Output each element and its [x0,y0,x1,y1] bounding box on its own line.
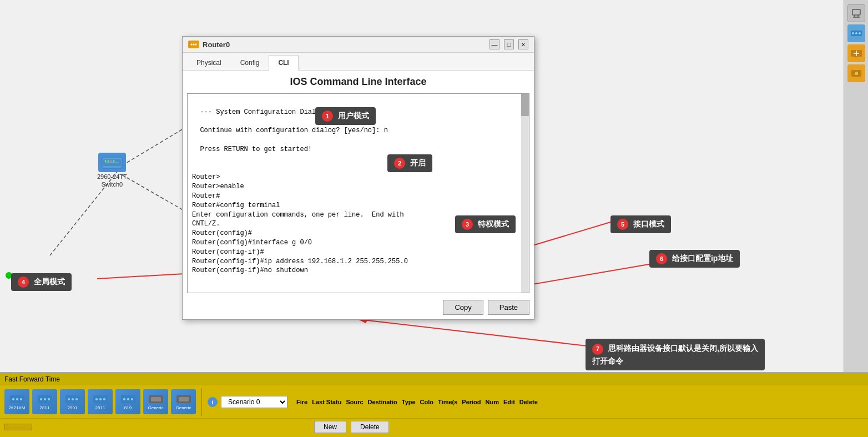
svg-point-28 [852,32,854,34]
panel-device-2[interactable] [847,44,865,62]
panel-icon-1[interactable] [847,4,865,22]
router-window: Router0 — □ × Physical Config CLI IOS Co… [182,36,534,320]
term-line-16: Router(config)#interface g 0/0 [192,238,524,248]
col-source: Sourc [346,399,363,405]
copy-button[interactable]: Copy [443,300,483,315]
svg-point-38 [16,398,18,400]
annotation-start: 2 开启 [387,154,432,172]
col-edit: Edit [503,399,515,405]
badge-6: 6 [656,253,667,264]
devices-bar: 2621XM 2811 2901 2911 819 Generic Generi… [0,385,868,419]
panel-device-3[interactable] [847,64,865,82]
badge-2: 2 [394,158,405,169]
annotation-privileged-text: 特权模式 [478,219,509,228]
info-icon: i [208,397,218,407]
term-line-10: Router>enable [192,182,524,192]
col-last-status: Last Statu [312,399,341,405]
window-tabs: Physical Config CLI [183,53,534,71]
tab-physical[interactable]: Physical [187,55,231,70]
new-button[interactable]: New [314,421,346,433]
svg-point-9 [113,160,114,162]
annotation-interface-mode: 5 接口模式 [610,215,671,233]
device-label-2901: 2901 [68,405,78,410]
delete-button[interactable]: Delete [351,421,389,433]
tab-config[interactable]: Config [231,55,269,70]
panel-device-1[interactable] [847,24,865,42]
switch-device[interactable]: 2960-24TT Switch0 [97,153,127,188]
switch-icon [98,153,126,172]
device-2901[interactable]: 2901 [60,389,85,414]
svg-point-46 [72,398,74,400]
term-line-7 [192,154,524,164]
toolbar-divider [201,388,202,416]
device-label-2911: 2911 [95,405,105,410]
device-generic-1[interactable]: Generic [143,389,168,414]
svg-point-29 [855,32,857,34]
svg-point-43 [48,398,50,400]
svg-point-8 [110,160,112,162]
device-label-2811: 2811 [40,405,50,410]
terminal-buttons: Copy Paste [183,298,534,319]
term-line-18: Router(config-if)#ip address 192.168.1.2… [192,257,524,267]
svg-rect-59 [179,397,189,401]
svg-point-55 [131,398,133,400]
bottom-toolbar: Fast Forward Time 2621XM 2811 2901 2911 … [0,372,868,437]
bottom-top-bar: Fast Forward Time [0,373,868,385]
svg-point-51 [103,398,105,400]
term-line-1 [192,98,524,108]
svg-line-15 [97,273,194,279]
svg-point-47 [75,398,78,400]
device-2911[interactable]: 2911 [88,389,113,414]
close-button[interactable]: × [518,39,528,49]
switch-label-line2: Switch0 [97,181,127,188]
annotation-interface-text: 接口模式 [633,219,664,228]
badge-1: 1 [322,110,333,122]
scenario-bar: i Scenario 0 Fire Last Statu Sourc Desti… [208,392,538,411]
svg-point-21 [193,44,195,46]
svg-point-6 [104,160,106,162]
col-type: Type [402,399,416,405]
device-label-819: 819 [124,405,132,410]
device-2811[interactable]: 2811 [32,389,57,414]
svg-point-45 [68,398,70,400]
term-line-8 [192,164,524,173]
device-generic-2[interactable]: Generic [171,389,196,414]
svg-point-41 [40,398,42,400]
term-line-12: Router#config terminal [192,201,524,210]
col-period: Period [462,399,481,405]
svg-point-20 [191,44,193,46]
device-819[interactable]: 819 [115,389,140,414]
annotation-shutdown: 7 思科路由器设备接口默认是关闭,所以要输入打开命令 [586,339,765,370]
annotation-global-mode: 4 全局模式 [11,273,72,291]
workspace: 2960-24TT Switch0 [0,0,844,372]
router-title-icon [188,41,199,48]
svg-point-50 [99,398,102,400]
annotation-user-mode-text: 用户模式 [338,111,369,120]
badge-4: 4 [18,277,29,288]
svg-point-35 [854,71,859,76]
device-2621xm[interactable]: 2621XM [4,389,29,414]
term-line-6: Press RETURN to get started! [192,145,524,154]
window-title-text: Router0 [203,41,230,49]
ios-title: IOS Command Line Interface [183,71,534,93]
badge-7: 7 [592,344,603,355]
minimize-button[interactable]: — [489,39,499,49]
svg-point-37 [12,398,14,400]
svg-point-54 [127,398,129,400]
paste-button[interactable]: Paste [488,300,529,315]
bottom-buttons-row: New Delete [0,419,868,435]
svg-point-22 [195,44,197,46]
term-line-4: Continue with configuration dialog? [yes… [192,126,524,135]
term-line-17: Router(config-if)# [192,248,524,257]
col-fire: Fire [296,399,307,405]
scroll-indicator [4,424,32,430]
tab-cli[interactable]: CLI [269,55,298,71]
col-time: Time(s [438,399,457,405]
term-line-9: Router> [192,173,524,182]
col-num: Num [486,399,499,405]
scrollbar-thumb[interactable] [521,94,529,116]
terminal-scrollbar[interactable] [521,94,529,293]
svg-point-53 [123,398,125,400]
restore-button[interactable]: □ [504,39,514,49]
scenario-select[interactable]: Scenario 0 [221,396,287,408]
